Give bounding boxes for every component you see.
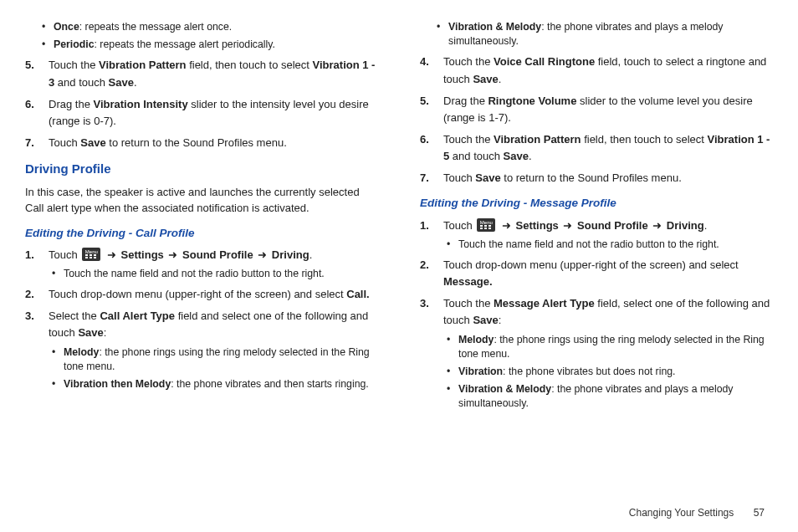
bullet-item: Melody: the phone rings using the ring m… [458,333,773,361]
step-number: 5. [25,57,43,74]
step-number: 7. [25,135,43,151]
arrow-icon: ➜ [258,247,267,263]
intro-text: In this case, the speaker is active and … [25,184,378,217]
page-footer: Changing Your Settings 57 [629,505,765,520]
step-number: 1. [25,247,43,263]
step-item: 7.Touch Save to return to the Sound Prof… [443,170,773,187]
subheading-message: Editing the Driving - Message Profile [420,195,773,212]
step-item: 2.Touch drop-down menu (upper-right of t… [443,257,773,290]
step-number: 7. [420,170,438,187]
step-number: 2. [25,286,43,303]
step-item: 3.Touch the Message Alert Type field, se… [443,295,773,411]
arrow-icon: ➜ [502,217,511,234]
step-text: Touch ➜ Settings ➜ Sound Profile ➜ Drivi… [443,219,707,232]
step-item: 1.Touch ➜ Settings ➜ Sound Profile ➜ Dri… [49,247,378,281]
bullet-item: Vibration & Melody: the phone vibrates a… [448,20,773,49]
step-number: 5. [420,93,438,110]
step-item: 3.Select the Call Alert Type field and s… [49,308,378,391]
step-number: 3. [420,295,438,312]
steps-top-right: 4.Touch the Voice Call Ringtone field, t… [420,54,773,187]
step-number: 1. [420,217,438,234]
step-text: Touch drop-down menu (upper-right of the… [443,258,739,288]
step-item: 1.Touch ➜ Settings ➜ Sound Profile ➜ Dri… [443,217,773,252]
bullet-item: Vibration then Melody: the phone vibrate… [64,377,378,391]
sub-bullets: Melody: the phone rings using the ring m… [443,333,773,412]
arrow-icon: ➜ [168,247,177,263]
step-number: 6. [25,96,43,113]
step-item: 5.Touch the Vibration Pattern field, the… [49,57,378,90]
bullet-item: Periodic: repeats the message alert peri… [54,38,378,52]
menu-icon [82,248,100,261]
step-text: Touch the Vibration Pattern field, then … [49,59,375,88]
step-text: Drag the Ringtone Volume slider to the v… [443,95,753,124]
bullet-item: Vibration & Melody: the phone vibrates a… [458,382,773,411]
step-text: Touch Save to return to the Sound Profil… [443,171,682,184]
steps-top-left: 5.Touch the Vibration Pattern field, the… [25,57,378,151]
step-text: Touch the Voice Call Ringtone field, tou… [443,55,766,84]
step-text: Select the Call Alert Type field and sel… [49,309,368,339]
bullet-item: Touch the name field and not the radio b… [64,267,378,281]
sub-bullets: Touch the name field and not the radio b… [443,238,773,252]
step-text: Touch ➜ Settings ➜ Sound Profile ➜ Drivi… [49,248,312,261]
right-column: Vibration & Melody: the phone vibrates a… [420,17,773,417]
step-item: 6.Drag the Vibration Intensity slider to… [49,96,378,130]
left-column: Once: repeats the message alert once.Per… [25,17,378,417]
step-item: 6.Touch the Vibration Pattern field, the… [443,131,773,165]
bullets-top-left: Once: repeats the message alert once.Per… [25,20,378,52]
arrow-icon: ➜ [652,217,662,234]
arrow-icon: ➜ [107,247,116,263]
section-heading-driving: Driving Profile [25,160,378,179]
arrow-icon: ➜ [563,217,572,234]
bullet-item: Once: repeats the message alert once. [54,20,378,34]
step-text: Touch drop-down menu (upper-right of the… [49,288,370,300]
step-text: Touch the Vibration Pattern field, then … [443,133,770,162]
steps-call: 1.Touch ➜ Settings ➜ Sound Profile ➜ Dri… [25,247,378,391]
step-text: Drag the Vibration Intensity slider to t… [49,98,369,127]
subheading-call: Editing the Driving - Call Profile [25,225,378,242]
step-item: 7.Touch Save to return to the Sound Prof… [49,135,378,151]
page-columns: Once: repeats the message alert once.Per… [25,17,773,417]
bullets-top-right: Vibration & Melody: the phone vibrates a… [420,20,773,49]
step-item: 4.Touch the Voice Call Ringtone field, t… [443,54,773,87]
footer-label: Changing Your Settings [629,507,734,519]
step-number: 2. [420,257,438,274]
sub-bullets: Melody: the phone rings using the ring m… [49,345,378,392]
menu-icon [477,218,495,232]
step-text: Touch Save to return to the Sound Profil… [49,136,287,149]
step-number: 4. [420,54,438,70]
page-number: 57 [754,507,765,519]
step-item: 5.Drag the Ringtone Volume slider to the… [443,93,773,126]
step-text: Touch the Message Alert Type field, sele… [443,297,770,326]
bullet-item: Melody: the phone rings using the ring m… [64,345,378,374]
step-item: 2.Touch drop-down menu (upper-right of t… [49,286,378,303]
bullet-item: Vibration: the phone vibrates but does n… [458,365,773,379]
bullet-item: Touch the name field and not the radio b… [458,238,773,252]
step-number: 3. [25,308,43,325]
sub-bullets: Touch the name field and not the radio b… [49,267,378,281]
steps-message: 1.Touch ➜ Settings ➜ Sound Profile ➜ Dri… [420,217,773,412]
step-number: 6. [420,131,438,148]
